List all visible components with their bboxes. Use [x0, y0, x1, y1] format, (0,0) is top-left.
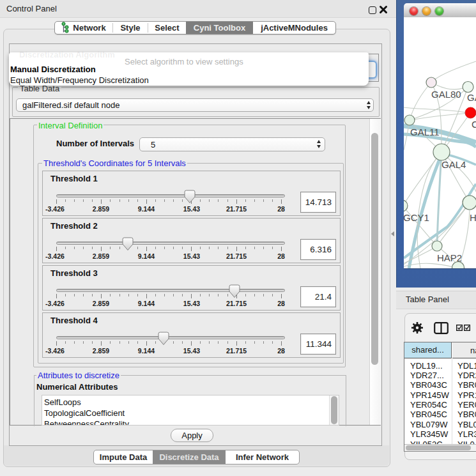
svg-text:CD: CD: [472, 119, 476, 130]
svg-text:GCY1: GCY1: [404, 212, 429, 223]
svg-text:GAL80: GAL80: [431, 89, 461, 100]
svg-text:HIS: HIS: [470, 212, 476, 223]
svg-text:GAL11: GAL11: [410, 127, 440, 137]
svg-text:HAP2: HAP2: [437, 252, 462, 263]
svg-text:GAL4: GAL4: [441, 159, 466, 170]
svg-text:GAL: GAL: [467, 92, 476, 103]
